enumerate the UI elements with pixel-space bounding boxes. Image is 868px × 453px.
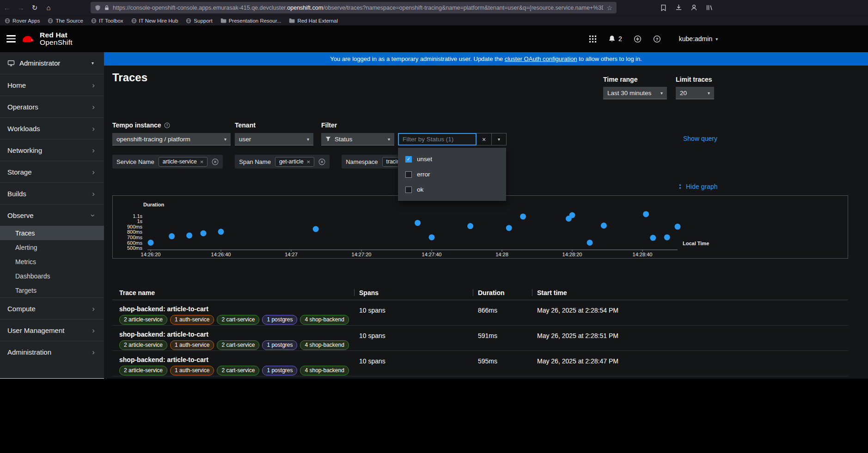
- sidebar-item-user-management[interactable]: User Management›: [0, 319, 104, 341]
- sidebar-item-observe[interactable]: Observe›: [0, 204, 104, 226]
- chip-group-remove-icon[interactable]: [318, 158, 325, 165]
- sidebar-item-storage[interactable]: Storage›: [0, 161, 104, 182]
- trace-point[interactable]: [675, 223, 681, 230]
- trace-point[interactable]: [601, 223, 607, 229]
- forward-icon[interactable]: →: [14, 4, 28, 12]
- table-row[interactable]: shop-backend: article-to-cart2 article-s…: [112, 326, 848, 351]
- trace-point[interactable]: [186, 232, 192, 238]
- bookmark-item[interactable]: IT New Hire Hub: [131, 18, 178, 24]
- trace-point[interactable]: [415, 220, 421, 226]
- table-row[interactable]: shop-backend: article-to-cart2 article-s…: [112, 300, 848, 326]
- checkbox-unchecked-icon[interactable]: [405, 171, 412, 178]
- column-header-start-time[interactable]: Start time: [537, 285, 848, 300]
- url-bar[interactable]: https://console-openshift-console.apps.e…: [91, 2, 617, 13]
- svg-text:?: ?: [656, 36, 658, 41]
- trace-point[interactable]: [429, 234, 435, 240]
- hide-graph-link[interactable]: Hide graph: [677, 183, 718, 190]
- chip-remove-icon[interactable]: ×: [307, 158, 311, 165]
- tenant-select[interactable]: user▾: [235, 133, 313, 145]
- trace-point[interactable]: [650, 235, 656, 241]
- sidebar-item-targets[interactable]: Targets: [0, 283, 104, 297]
- sidebar-item-compute[interactable]: Compute›: [0, 297, 104, 319]
- trace-point[interactable]: [643, 211, 649, 217]
- checkbox-unchecked-icon[interactable]: [405, 187, 412, 193]
- bookmark-star-icon[interactable]: ☆: [606, 4, 612, 12]
- home-icon[interactable]: ⌂: [42, 4, 55, 12]
- lock-icon[interactable]: [104, 5, 110, 11]
- bookmark-item[interactable]: Rover Apps: [5, 18, 40, 24]
- start-time-cell: May 26, 2025 at 2:28:47 PM: [537, 351, 848, 376]
- user-menu[interactable]: kube:admin▾: [679, 35, 718, 42]
- bookmark-item[interactable]: Support: [186, 18, 212, 24]
- chip-group-remove-icon[interactable]: [212, 158, 219, 165]
- notifications-button[interactable]: 2: [608, 35, 622, 42]
- trace-point[interactable]: [587, 240, 593, 246]
- clear-filter-icon[interactable]: ×: [477, 133, 491, 145]
- help-icon[interactable]: ?: [164, 122, 170, 128]
- trace-point[interactable]: [520, 213, 526, 219]
- filter-chip-group-span-name: Span Nameget-article×: [235, 155, 330, 169]
- help-menu-icon[interactable]: ?: [653, 35, 661, 43]
- back-icon[interactable]: ←: [0, 4, 14, 12]
- column-header-spans[interactable]: Spans: [359, 285, 478, 300]
- library-icon[interactable]: [706, 4, 713, 11]
- status-option-unset[interactable]: ✓unset: [398, 151, 506, 167]
- table-header: Trace nameSpansDurationStart time: [112, 285, 848, 300]
- chip-remove-icon[interactable]: ×: [200, 158, 204, 165]
- perspective-switcher[interactable]: Administrator ▾: [0, 52, 104, 74]
- sidebar-item-home[interactable]: Home›: [0, 74, 104, 96]
- globe-icon: [5, 18, 10, 24]
- account-icon[interactable]: [691, 4, 697, 11]
- status-dropdown-toggle-icon[interactable]: ▾: [491, 133, 506, 145]
- save-page-icon[interactable]: [660, 4, 667, 12]
- tempo-instance-select[interactable]: openshift-tracing / platform▾: [112, 133, 231, 145]
- column-header-trace-name[interactable]: Trace name: [119, 285, 359, 300]
- app-launcher-icon[interactable]: [589, 35, 597, 43]
- sidebar-item-builds[interactable]: Builds›: [0, 182, 104, 204]
- trace-point[interactable]: [201, 230, 207, 236]
- status-option-error[interactable]: error: [398, 167, 506, 182]
- globe-icon: [131, 18, 137, 24]
- status-option-ok[interactable]: ok: [398, 182, 506, 197]
- bookmark-item[interactable]: The Source: [48, 18, 83, 24]
- sidebar-item-traces[interactable]: Traces: [0, 226, 104, 240]
- column-header-duration[interactable]: Duration: [478, 285, 537, 300]
- filter-by-status-input[interactable]: [398, 133, 477, 145]
- url-bar-text[interactable]: https://console-openshift-console.apps.e…: [113, 5, 603, 11]
- trace-point[interactable]: [664, 234, 670, 240]
- trace-point[interactable]: [313, 226, 319, 232]
- sidebar-item-workloads[interactable]: Workloads›: [0, 117, 104, 139]
- reload-icon[interactable]: ↻: [28, 4, 42, 12]
- bookmark-item[interactable]: Presentation Resour...: [220, 18, 281, 24]
- sidebar-item-operators[interactable]: Operators›: [0, 96, 104, 117]
- table-row[interactable]: shop-backend: article-to-cart2 article-s…: [112, 351, 848, 376]
- downloads-icon[interactable]: [675, 4, 682, 11]
- checkbox-checked-icon[interactable]: ✓: [405, 156, 412, 163]
- trace-name-link[interactable]: shop-backend: article-to-cart: [119, 326, 359, 338]
- redhat-openshift-logo[interactable]: Red Hat OpenShift: [20, 31, 73, 46]
- trace-point[interactable]: [569, 212, 575, 218]
- trace-point[interactable]: [467, 223, 473, 229]
- trace-point[interactable]: [169, 233, 175, 239]
- show-query-link[interactable]: Show query: [683, 135, 717, 142]
- sidebar-item-dashboards[interactable]: Dashboards: [0, 269, 104, 283]
- oauth-config-link[interactable]: cluster OAuth configuration: [505, 55, 577, 62]
- trace-point[interactable]: [506, 225, 512, 231]
- trace-name-link[interactable]: shop-backend: article-to-cart: [119, 351, 359, 363]
- sidebar-item-alerting[interactable]: Alerting: [0, 240, 104, 254]
- filter-attribute-select[interactable]: Status▾: [321, 133, 394, 145]
- quick-create-icon[interactable]: [634, 35, 642, 43]
- bookmark-item[interactable]: Red Hat External: [289, 18, 338, 24]
- trace-name-link[interactable]: shop-backend: article-to-cart: [119, 300, 359, 313]
- nav-toggle-button[interactable]: [6, 35, 16, 44]
- trace-point[interactable]: [218, 229, 224, 235]
- limit-traces-select[interactable]: 20▾: [676, 87, 714, 99]
- folder-icon: [289, 18, 295, 23]
- sidebar-item-administration[interactable]: Administration›: [0, 341, 104, 362]
- bookmark-item[interactable]: IT Toolbox: [91, 18, 123, 24]
- trace-point[interactable]: [148, 240, 154, 246]
- time-range-select[interactable]: Last 30 minutes▾: [603, 87, 667, 99]
- sidebar-item-networking[interactable]: Networking›: [0, 139, 104, 161]
- shield-icon[interactable]: [95, 5, 101, 11]
- sidebar-item-metrics[interactable]: Metrics: [0, 254, 104, 269]
